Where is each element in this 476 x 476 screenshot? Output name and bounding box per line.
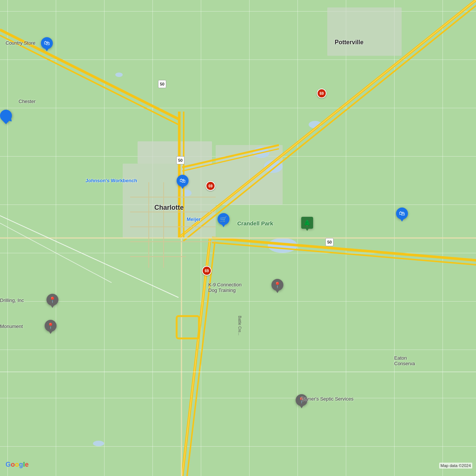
water-bottom [93,441,104,446]
meijer-label: Meijer [187,216,201,222]
water-5 [182,190,192,196]
k9-connection-icon: 📍 [271,279,283,291]
battle-creek-label: Battle Cre... [238,316,242,335]
crandell-park-icon: 🌲 [301,217,313,229]
right-shop-pin[interactable]: 🛍 [396,208,408,219]
shield-69-mid: 69 [206,181,215,191]
shield-69-north: 69 [317,89,327,98]
country-store-pin[interactable]: 🛍 [41,37,53,49]
water-2 [309,121,322,128]
monument-pin[interactable]: 📍 [45,320,57,332]
map-grid [0,0,476,476]
google-g2: g [19,461,23,468]
google-o1: o [11,461,15,468]
johnsons-workbench-pin[interactable]: 🛍 [177,175,189,187]
urban-area [138,141,212,164]
water-4 [264,160,283,173]
water-3 [253,147,270,158]
crandell-park-label: Crandell Park [237,220,273,226]
urban-area-3 [216,145,283,205]
country-store-icon: 🛍 [41,37,53,49]
charlotte-label: Charlotte [154,204,184,212]
k9-connection-label: K-9 ConnectionDog Training [208,282,242,293]
drilling-icon: 📍 [46,294,58,306]
shield-50-mid: 50 [176,156,184,164]
left-pin[interactable] [0,110,12,122]
johnsons-workbench-icon: 🛍 [177,175,189,187]
right-shop-icon: 🛍 [396,208,408,219]
monument-icon: 📍 [45,320,57,332]
shield-50-east: 50 [325,238,334,246]
country-store-label: Country Store [6,40,35,46]
map-container: 🛍 Country Store Potterville Chester 🛍 Jo… [0,0,476,476]
drilling-pin[interactable]: 📍 [46,294,58,306]
water-crandell [268,238,298,253]
monument-label: Monument [0,324,23,329]
meijer-icon: 🛒 [218,213,229,225]
k9-connection-pin[interactable]: 📍 [271,279,283,291]
water-1 [115,73,123,77]
chester-label: Chester [19,99,36,104]
drilling-label: Drilling, Inc [0,298,24,303]
google-o2: o [15,461,19,468]
johnsons-workbench-label: Johnson's Workbench [86,178,137,183]
potterville-label: Potterville [335,39,363,46]
meijer-pin[interactable]: 🛒 [218,213,229,225]
map-attribution: Map data ©2024 [439,463,473,469]
google-logo: Google [6,461,29,469]
shield-50-north: 50 [158,80,166,88]
urban-potterville [327,7,402,56]
eaton-label: EatonConserva [394,355,415,366]
google-e: e [25,461,29,468]
google-g: G [6,461,11,468]
urban-area-2 [123,164,216,238]
bryners-label: Bryner's Septic Services [301,396,353,402]
crandell-park-pin[interactable]: 🌲 [301,217,313,229]
shield-69-south: 69 [202,266,212,276]
